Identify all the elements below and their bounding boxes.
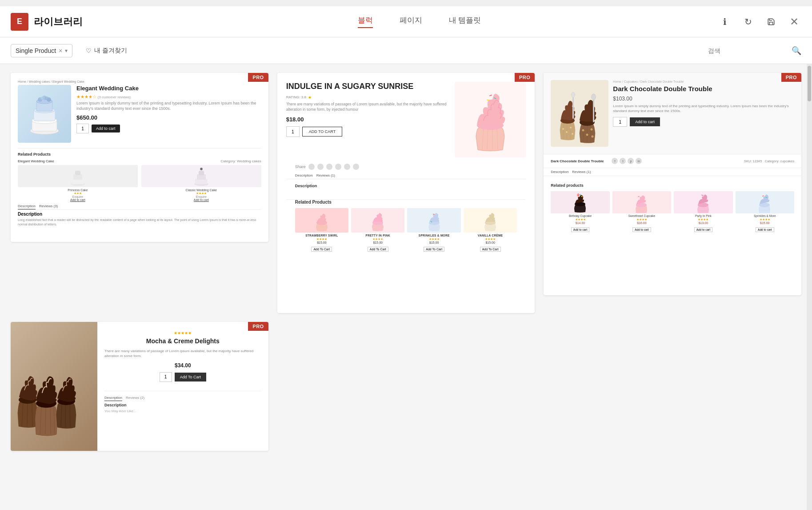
- wedding-category-label: Category: Wedding cakes: [220, 159, 261, 163]
- cupcake-rel-price-3: $15.00: [464, 241, 517, 244]
- choco-desc-tab-1[interactable]: Reviews (1): [572, 168, 591, 176]
- wedding-desc-tab-0[interactable]: Description: [18, 204, 36, 209]
- cupcake-rel-name-0: STRAWBERRY SWIRL: [295, 234, 348, 237]
- choco-pin-icon[interactable]: p: [628, 158, 634, 164]
- card-wedding[interactable]: PRO Home / Wedding cakes / Elegant Weddi…: [11, 73, 268, 242]
- choco-tw-icon[interactable]: t: [620, 158, 626, 164]
- mocha-add-to-cart-button[interactable]: Add To Cart: [175, 373, 206, 381]
- share-twitter-icon[interactable]: [317, 164, 324, 170]
- choco-rel-price-1: $16.00: [612, 221, 671, 225]
- favorites-button[interactable]: ♡ 내 즐겨찾기: [81, 44, 132, 57]
- dialog-header: E 라이브러리 블럭 페이지 내 템플릿 ℹ ↻ ✕: [0, 6, 812, 37]
- svg-point-53: [586, 134, 588, 136]
- tab-pages[interactable]: 페이지: [400, 15, 422, 28]
- share-pinterest-icon[interactable]: [326, 164, 332, 170]
- wedding-related-add-1[interactable]: Add to cart: [141, 198, 261, 201]
- wedding-related-add-0[interactable]: Add to cart: [18, 198, 138, 201]
- choco-add-to-cart-button[interactable]: Add to cart: [630, 117, 660, 126]
- save-button[interactable]: [764, 15, 778, 29]
- svg-rect-27: [489, 94, 492, 96]
- wedding-qty-input[interactable]: [76, 124, 89, 133]
- filter-chevron-icon[interactable]: ▾: [65, 48, 68, 54]
- cupcake-rel-price-0: $15.00: [295, 241, 348, 244]
- choco-rel-add-2[interactable]: Add to cart: [694, 227, 712, 232]
- filter-tag[interactable]: Single Product × ▾: [11, 44, 72, 57]
- wedding-desc: Lorem Ipsum is simply dummy text of the …: [76, 100, 261, 112]
- choco-related-item-0: Birthday Cupcake ★★★★ $14.00 Add to cart: [551, 191, 609, 233]
- card-mocha[interactable]: PRO: [11, 322, 268, 451]
- search-icon[interactable]: 🔍: [792, 46, 801, 56]
- wedding-related-price-1: Enquire: [141, 195, 261, 198]
- search-area: 🔍: [708, 46, 801, 56]
- choco-rel-name-3: Sprinkles & More: [736, 214, 794, 217]
- cards-grid: PRO Home / Wedding cakes / Elegant Weddi…: [11, 73, 801, 451]
- svg-rect-50: [593, 98, 594, 122]
- cupcake-desc-tab-1[interactable]: Reviews (1): [316, 173, 335, 179]
- filter-remove-icon[interactable]: ×: [59, 47, 62, 54]
- cupcake-qty-input[interactable]: [286, 126, 300, 137]
- choco-rel-name-1: Sweetheart Cupcake: [612, 214, 671, 217]
- close-button[interactable]: ✕: [787, 15, 801, 29]
- mocha-you-may-also-like: You May Also Like...: [104, 409, 261, 413]
- share-email-icon[interactable]: [344, 164, 350, 170]
- cupcake-rel-add-1[interactable]: Add To Cart: [368, 247, 388, 252]
- choco-fb-icon[interactable]: f: [612, 158, 618, 164]
- choco-related-item-1: Sweetheart Cupcake ★★★★ $16.00 Add to ca…: [612, 191, 671, 233]
- mocha-stars: ★★★★★: [104, 331, 261, 335]
- svg-rect-59: [578, 193, 579, 195]
- cupcake-rel-add-2[interactable]: Add To Cart: [424, 247, 444, 252]
- card-chocolate[interactable]: PRO: [544, 73, 801, 295]
- svg-point-21: [200, 168, 202, 169]
- header-tabs: 블럭 페이지 내 템플릿: [126, 15, 712, 28]
- choco-rel-add-1[interactable]: Add to cart: [632, 227, 651, 232]
- card-cupcake[interactable]: PRO INDULGE IN A SUGARY SUNRISE RATING: …: [277, 73, 535, 313]
- share-link-icon[interactable]: [353, 164, 359, 170]
- wedding-price: $650.00: [76, 114, 261, 121]
- svg-point-42: [562, 128, 564, 130]
- search-input[interactable]: [708, 47, 788, 54]
- pro-badge-cupcake: PRO: [515, 73, 535, 82]
- tab-my-templates[interactable]: 내 템플릿: [449, 15, 481, 28]
- mocha-desc-tab-0[interactable]: Description: [104, 396, 122, 401]
- scroll-thumb[interactable]: [808, 66, 811, 101]
- cupcake-desc-heading: Description: [295, 184, 517, 188]
- tab-blocks[interactable]: 블럭: [358, 15, 373, 28]
- cupcake-rel-add-0[interactable]: Add To Cart: [311, 247, 332, 252]
- choco-in-icon[interactable]: in: [636, 158, 642, 164]
- share-label: Share: [295, 165, 306, 169]
- choco-rel-img-0: [551, 191, 609, 213]
- scrollbar[interactable]: [807, 64, 812, 510]
- wedding-breadcrumb: Home / Wedding cakes / Elegant Wedding C…: [18, 80, 261, 83]
- filter-tag-label: Single Product: [16, 47, 56, 54]
- share-fb-icon[interactable]: [308, 164, 315, 170]
- cupcake-rating-label: RATING: 3.8: [286, 95, 306, 99]
- svg-point-52: [582, 129, 584, 132]
- wedding-desc-tab-1[interactable]: Reviews (3): [39, 204, 58, 209]
- wedding-add-to-cart-button[interactable]: Add to cart: [92, 124, 120, 133]
- mocha-qty-input[interactable]: [160, 372, 172, 382]
- wedding-product-title: Elegant Wedding Cake: [76, 85, 261, 92]
- cupcake-related-img-2: [407, 208, 460, 233]
- mocha-desc-tab-1[interactable]: Reviews (2): [126, 396, 144, 401]
- mocha-desc: There are many variations of passage of …: [104, 349, 261, 358]
- pro-badge-mocha: PRO: [248, 322, 268, 331]
- choco-rel-add-0[interactable]: Add to cart: [571, 227, 589, 232]
- choco-desc-tab-0[interactable]: Description: [551, 168, 568, 176]
- svg-rect-65: [701, 194, 704, 196]
- cupcake-add-to-cart-button[interactable]: ADD TO CART: [302, 127, 343, 137]
- cupcake-rel-add-3[interactable]: Add To Cart: [480, 247, 501, 252]
- svg-rect-19: [199, 171, 204, 175]
- choco-sku: SKU: 12345 Category: cupcakes: [744, 159, 794, 163]
- choco-rel-add-3[interactable]: Add to cart: [756, 227, 774, 232]
- svg-point-43: [566, 131, 568, 133]
- cupcake-related-img-3: [464, 208, 517, 233]
- refresh-button[interactable]: ↻: [741, 15, 755, 29]
- cupcake-related-img-1: [351, 208, 404, 233]
- cupcake-desc-tab-0[interactable]: Description: [295, 173, 313, 179]
- wedding-related-title: Related Products: [18, 152, 261, 157]
- cupcake-related-item-1: PRETTY IN PINK ★★★★ $15.00 Add To Cart: [351, 208, 404, 252]
- choco-qty-input[interactable]: [613, 117, 627, 127]
- info-button[interactable]: ℹ: [718, 15, 732, 29]
- wedding-related-price-0: Enquire: [18, 195, 138, 198]
- share-gplus-icon[interactable]: [335, 164, 341, 170]
